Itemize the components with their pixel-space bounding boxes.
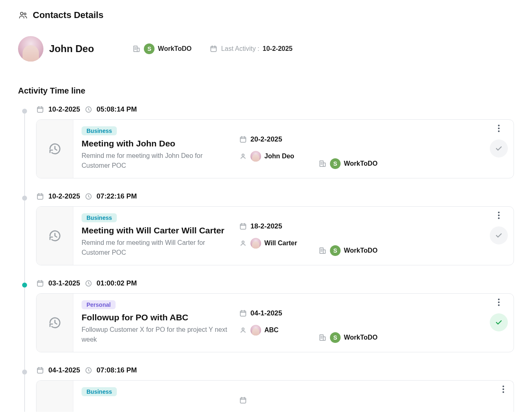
card-actions	[490, 124, 508, 158]
activity-due-date: 04-1-2025	[250, 309, 282, 317]
last-activity-group: Last Activity : 10-2-2025	[209, 45, 292, 53]
timeline-item: 10-2-2025 05:08:14 PM Business Meeting w…	[22, 105, 514, 178]
workspace-badge: S	[330, 332, 341, 343]
complete-toggle[interactable]	[490, 226, 508, 244]
user-icon	[239, 326, 247, 334]
timeline-meta: 03-1-2025 01:00:02 PM	[36, 279, 514, 288]
calendar-icon	[36, 105, 44, 114]
workspace-badge: S	[144, 43, 155, 54]
activity-person: ABC	[264, 326, 279, 334]
activity-title: Followup for PO with ABC	[82, 313, 229, 322]
calendar-icon	[239, 135, 247, 144]
activity-person: Will Carter	[264, 240, 297, 247]
card-ws-col: S WorkToDO	[318, 213, 388, 258]
card-main: Personal Followup for PO with ABC Follow…	[82, 300, 229, 345]
timeline-meta: 10-2-2025 07:22:16 PM	[36, 192, 514, 201]
activity-description: Remind me for meeting with Will Carter f…	[82, 238, 229, 258]
card-menu-button[interactable]	[499, 385, 508, 394]
calendar-icon	[239, 222, 247, 231]
card-actions	[490, 211, 508, 244]
due-date-row: 04-1-2025	[239, 309, 309, 317]
card-menu-button[interactable]	[494, 124, 503, 133]
card-info-col: 20-2-2025 John Deo	[239, 126, 309, 171]
contacts-icon	[18, 10, 28, 20]
person-avatar	[250, 151, 261, 162]
card-icon-col	[36, 120, 73, 178]
contact-avatar	[18, 36, 43, 62]
card-main: Business Meeting with Will Carter Will C…	[82, 213, 229, 258]
card-info-col: 04-1-2025 ABC	[239, 300, 309, 345]
workspace-label: WorkToDO	[158, 45, 191, 52]
timeline-item: 04-1-2025 07:08:16 PM Business	[22, 366, 514, 412]
timeline-dot	[22, 196, 27, 201]
card-info-col: 18-2-2025 Will Carter	[239, 213, 309, 258]
calendar-icon	[239, 309, 247, 317]
card-menu-button[interactable]	[494, 211, 503, 220]
activity-workspace: WorkToDO	[344, 334, 377, 341]
check-icon	[494, 144, 504, 153]
workspace-badge: S	[330, 245, 341, 256]
calendar-icon	[239, 396, 247, 404]
card-main: Business Meeting with John Deo Remind me…	[82, 126, 229, 171]
building-icon	[318, 333, 327, 342]
workspace-row: S WorkToDO	[318, 332, 388, 343]
card-ws-col: S WorkToDO	[318, 126, 388, 171]
card-actions	[490, 298, 508, 331]
activity-due-date: 18-2-2025	[250, 222, 282, 231]
activity-due-date: 20-2-2025	[250, 135, 282, 144]
history-icon	[48, 142, 62, 156]
page-title: Contacts Details	[33, 10, 103, 21]
calendar-icon	[36, 192, 44, 201]
timeline-dot	[22, 109, 27, 114]
card-body: Business Meeting with John Deo Remind me…	[73, 120, 514, 178]
complete-toggle[interactable]	[490, 139, 508, 158]
due-date-row	[239, 396, 309, 404]
calendar-icon	[209, 45, 218, 53]
card-menu-button[interactable]	[494, 298, 503, 307]
building-icon	[318, 160, 327, 168]
timeline-time: 01:00:02 PM	[97, 279, 137, 288]
workspace-row: S WorkToDO	[318, 245, 388, 256]
activity-person: John Deo	[264, 153, 294, 160]
timeline-time: 07:08:16 PM	[97, 366, 137, 374]
building-icon	[318, 247, 327, 255]
activity-tag: Business	[82, 126, 117, 135]
calendar-icon	[36, 279, 44, 288]
activity-tag: Business	[82, 387, 117, 396]
activity-workspace: WorkToDO	[344, 160, 377, 167]
card-main: Business	[82, 387, 229, 404]
history-icon	[48, 228, 62, 243]
person-row: ABC	[239, 325, 309, 336]
timeline-dot	[22, 283, 27, 288]
timeline-meta: 10-2-2025 05:08:14 PM	[36, 105, 514, 114]
timeline-date: 10-2-2025	[48, 105, 80, 114]
clock-icon	[84, 366, 93, 374]
activity-card[interactable]: Business	[36, 380, 514, 412]
activity-card[interactable]: Personal Followup for PO with ABC Follow…	[36, 293, 514, 352]
activity-card[interactable]: Business Meeting with John Deo Remind me…	[36, 119, 514, 178]
clock-icon	[84, 279, 93, 288]
card-ws-col: S WorkToDO	[318, 300, 388, 345]
activity-title: Meeting with John Deo	[82, 139, 229, 148]
contact-summary: John Deo S WorkToDO Last Activity : 10-2…	[18, 36, 514, 62]
activity-card[interactable]: Business Meeting with Will Carter Will C…	[36, 206, 514, 265]
activity-timeline: 10-2-2025 05:08:14 PM Business Meeting w…	[22, 105, 514, 412]
person-avatar	[250, 325, 261, 336]
timeline-item: 03-1-2025 01:00:02 PM Personal Followup …	[22, 279, 514, 352]
person-row: Will Carter	[239, 238, 309, 249]
svg-point-0	[20, 12, 23, 15]
svg-rect-2	[134, 46, 137, 51]
check-icon	[494, 317, 504, 327]
building-icon	[132, 45, 141, 53]
activity-description: Remind me for meeting with John Deo for …	[82, 151, 229, 171]
card-info-col	[239, 387, 309, 404]
clock-icon	[84, 105, 93, 114]
timeline-meta: 04-1-2025 07:08:16 PM	[36, 366, 514, 374]
timeline-date: 03-1-2025	[48, 279, 80, 288]
history-icon	[48, 315, 62, 330]
timeline-date: 10-2-2025	[48, 192, 80, 201]
workspace-group: S WorkToDO	[132, 43, 191, 54]
section-title: Activity Time line	[18, 86, 514, 96]
activity-tag: Personal	[82, 300, 116, 309]
complete-toggle[interactable]	[490, 313, 508, 331]
